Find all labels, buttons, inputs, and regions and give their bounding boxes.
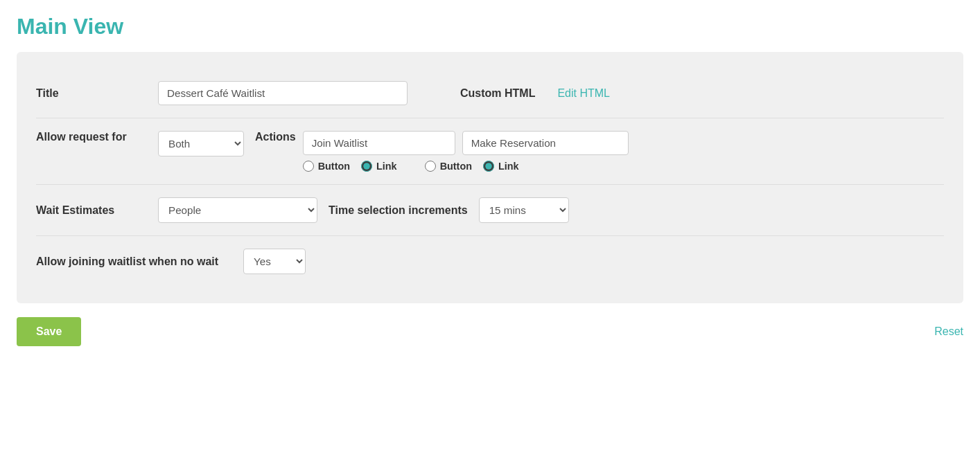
title-section: Title Custom HTML Edit HTML (36, 69, 944, 118)
join-waitlist-input[interactable] (303, 131, 455, 155)
radios-pair: Button Link Button (303, 161, 629, 172)
title-input[interactable] (158, 81, 408, 105)
edit-html-link[interactable]: Edit HTML (557, 87, 610, 100)
custom-html-label: Custom HTML (460, 87, 535, 100)
allow-request-section: Allow request for Both Waitlist Reservat… (36, 118, 944, 185)
allow-joining-row: Allow joining waitlist when no wait Yes … (36, 249, 944, 274)
join-radio-pair: Button Link (303, 161, 397, 172)
join-link-label[interactable]: Link (376, 161, 397, 172)
wait-estimates-row: Wait Estimates People Time Time selectio… (36, 197, 944, 223)
allow-joining-section: Allow joining waitlist when no wait Yes … (36, 236, 944, 287)
allow-joining-dropdown[interactable]: Yes No (243, 249, 306, 274)
actions-col: Button Link Button (303, 131, 629, 172)
page-title: Main View (17, 14, 963, 39)
footer-row: Save Reset (17, 317, 963, 346)
join-button-radio[interactable] (303, 161, 314, 172)
actions-inputs (303, 131, 629, 155)
reservation-button-radio[interactable] (425, 161, 436, 172)
allow-request-label: Allow request for (36, 131, 147, 143)
allow-joining-label: Allow joining waitlist when no wait (36, 256, 218, 268)
reset-link[interactable]: Reset (934, 325, 963, 338)
wait-estimates-section: Wait Estimates People Time Time selectio… (36, 185, 944, 236)
reservation-button-label[interactable]: Button (440, 161, 472, 172)
reservation-link-label[interactable]: Link (498, 161, 519, 172)
reservation-link-radio-group: Link (483, 161, 519, 172)
wait-estimates-dropdown[interactable]: People Time (158, 197, 317, 223)
title-label: Title (36, 87, 147, 100)
actions-wrapper: Actions Button (255, 131, 629, 172)
join-link-radio[interactable] (361, 161, 372, 172)
reservation-button-radio-group: Button (425, 161, 472, 172)
allow-request-dropdown[interactable]: Both Waitlist Reservation (158, 131, 244, 156)
join-button-label[interactable]: Button (318, 161, 350, 172)
join-button-radio-group: Button (303, 161, 350, 172)
time-increments-dropdown[interactable]: 5 mins 10 mins 15 mins 30 mins 60 mins (479, 197, 569, 223)
reservation-link-radio[interactable] (483, 161, 494, 172)
wait-estimates-label: Wait Estimates (36, 204, 147, 217)
actions-label: Actions (255, 131, 296, 143)
make-reservation-input[interactable] (462, 131, 629, 155)
main-view-card: Title Custom HTML Edit HTML Allow reques… (17, 52, 963, 303)
reservation-radio-pair: Button Link (425, 161, 519, 172)
join-link-radio-group: Link (361, 161, 397, 172)
time-increments-label: Time selection increments (329, 204, 468, 217)
save-button[interactable]: Save (17, 317, 81, 346)
